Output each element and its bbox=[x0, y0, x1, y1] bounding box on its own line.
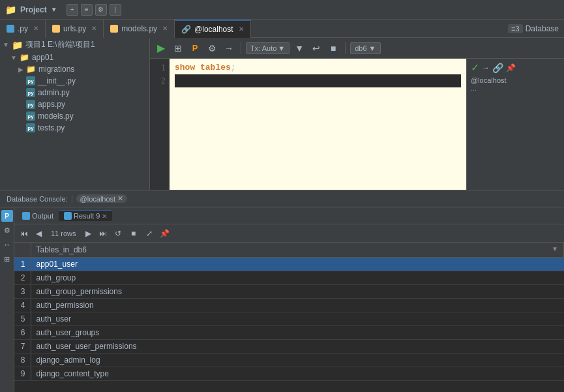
sidebar-item-app01[interactable]: ▼ 📁 app01 bbox=[0, 52, 149, 63]
table-row[interactable]: 2 auth_group bbox=[14, 271, 564, 285]
tab-py[interactable]: .py ✕ bbox=[0, 20, 46, 38]
bottom-content: P ⚙ ↔ ⊞ Output Result 9 ✕ ⏮ bbox=[0, 207, 564, 392]
code-editor[interactable]: show tables; bbox=[170, 59, 466, 190]
tab-localhost[interactable]: 🔗 @localhost ✕ bbox=[175, 20, 251, 38]
settings-button[interactable]: ⚙ bbox=[95, 4, 107, 16]
sort-icon[interactable]: ▼ bbox=[552, 245, 558, 252]
run-button[interactable]: ▶ bbox=[154, 41, 168, 55]
sidebar-item-migrations[interactable]: ▶ 📁 migrations bbox=[0, 63, 149, 75]
table-row[interactable]: 5 auth_user bbox=[14, 312, 564, 326]
table-row[interactable]: 3 auth_group_permissions bbox=[14, 285, 564, 299]
header-tables-in-db6[interactable]: Tables_in_db6 ▼ bbox=[31, 243, 564, 258]
nav-next-button[interactable]: ▶ bbox=[83, 228, 95, 239]
result-table: Tables_in_db6 ▼ 1 app01_user 2 auth_grou… bbox=[14, 243, 564, 381]
sidebar-item-init[interactable]: py __init__.py bbox=[0, 75, 149, 87]
tables-col-label: Tables_in_db6 bbox=[37, 245, 87, 254]
settings-gear-button[interactable]: ⚙ bbox=[205, 41, 219, 55]
right-arrow-icon: → bbox=[482, 63, 490, 72]
result-area: Output Result 9 ✕ ⏮ ◀ 11 rows ▶ ⏭ ↺ ■ ⤢ … bbox=[14, 207, 564, 392]
refresh-button[interactable]: ↺ bbox=[111, 227, 125, 240]
row-value-2: auth_group bbox=[31, 271, 564, 285]
row-num-9: 9 bbox=[14, 367, 31, 381]
tx-dropdown[interactable]: Tx: Auto ▼ bbox=[246, 42, 289, 54]
expand-button[interactable]: ⤢ bbox=[143, 227, 156, 240]
result-tab-bar: Output Result 9 ✕ bbox=[14, 207, 564, 224]
admin-label: admin.py bbox=[38, 88, 70, 97]
stop-result-button[interactable]: ■ bbox=[127, 227, 140, 240]
title-buttons: + ≡ ⚙ | bbox=[67, 4, 121, 16]
tab-bar: .py ✕ urls.py ✕ models.py ✕ 🔗 @localhost… bbox=[0, 20, 564, 38]
db-selector[interactable]: db6 ▼ bbox=[350, 42, 380, 54]
table-header-row: Tables_in_db6 ▼ bbox=[14, 243, 564, 258]
db-chevron: ▼ bbox=[369, 44, 376, 52]
table-row[interactable]: 8 django_admin_log bbox=[14, 354, 564, 367]
migrations-label: migrations bbox=[38, 65, 74, 74]
table-row[interactable]: 1 app01_user bbox=[14, 258, 564, 271]
code-line-2 bbox=[175, 74, 461, 87]
mini-icon-arrow[interactable]: ↔ bbox=[1, 239, 13, 250]
grid-button[interactable]: ⊞ bbox=[171, 41, 185, 55]
db-name: db6 bbox=[355, 44, 366, 52]
tab-count-badge[interactable]: ≡3 bbox=[508, 24, 523, 33]
tab-models-close[interactable]: ✕ bbox=[162, 25, 168, 32]
models-label: models.py bbox=[38, 112, 74, 121]
row-value-8: django_admin_log bbox=[31, 354, 564, 367]
nav-last-button[interactable]: ⏭ bbox=[97, 228, 109, 239]
down-arrow-button[interactable]: ▼ bbox=[292, 41, 306, 55]
table-row[interactable]: 4 auth_permission bbox=[14, 299, 564, 312]
mini-icon-grid[interactable]: ⊞ bbox=[1, 253, 13, 265]
tab-output[interactable]: Output bbox=[17, 211, 59, 221]
sidebar-item-tests[interactable]: py tests.py bbox=[0, 122, 149, 134]
row-value-5: auth_user bbox=[31, 312, 564, 326]
init-label: __init__.py bbox=[38, 76, 76, 85]
tests-label: tests.py bbox=[38, 123, 65, 132]
models-py-icon: py bbox=[26, 112, 35, 121]
sidebar-item-models[interactable]: py models.py bbox=[0, 110, 149, 122]
undo-button[interactable]: ↩ bbox=[309, 41, 323, 55]
tab-models-label: models.py bbox=[121, 24, 157, 33]
tab-urls-close[interactable]: ✕ bbox=[91, 25, 96, 32]
tab-result9[interactable]: Result 9 ✕ bbox=[59, 210, 112, 221]
menu-button[interactable]: ≡ bbox=[81, 4, 93, 16]
database-panel-label: Database bbox=[526, 24, 559, 33]
output-tab-label: Output bbox=[32, 212, 53, 220]
row-num-5: 5 bbox=[14, 312, 31, 326]
console-label: Database Console: bbox=[3, 195, 72, 203]
app01-chevron: ▼ bbox=[10, 54, 17, 61]
row-num-3: 3 bbox=[14, 285, 31, 299]
host-badge-close[interactable]: ✕ bbox=[117, 194, 123, 203]
mini-icon-p[interactable]: P bbox=[1, 210, 13, 222]
pin-icon: 📌 bbox=[506, 63, 516, 72]
table-row[interactable]: 6 auth_user_groups bbox=[14, 326, 564, 340]
result-tab-icon bbox=[64, 212, 72, 220]
host-badge[interactable]: @localhost ✕ bbox=[76, 194, 128, 203]
table-row[interactable]: 9 django_content_type bbox=[14, 367, 564, 381]
line-number-1: 1 bbox=[150, 61, 166, 74]
sidebar-item-admin[interactable]: py admin.py bbox=[0, 87, 149, 98]
result-toolbar: ⏮ ◀ 11 rows ▶ ⏭ ↺ ■ ⤢ 📌 bbox=[14, 224, 564, 243]
pin-result-button[interactable]: 📌 bbox=[158, 227, 171, 240]
nav-first-button[interactable]: ⏮ bbox=[18, 228, 30, 239]
tab-localhost-close[interactable]: ✕ bbox=[239, 25, 244, 33]
split-button[interactable]: | bbox=[110, 4, 121, 16]
stop-button[interactable]: ■ bbox=[326, 41, 340, 55]
tab-models[interactable]: models.py ✕ bbox=[104, 20, 175, 38]
run-arrow-button[interactable]: → bbox=[222, 41, 236, 55]
editor-area: ▶ ⊞ P ⚙ → Tx: Auto ▼ ▼ ↩ ■ db6 ▼ 1 2 bbox=[150, 38, 564, 190]
profile-button[interactable]: P bbox=[188, 41, 202, 55]
add-button[interactable]: + bbox=[67, 4, 78, 16]
tab-urls-label: urls.py bbox=[63, 24, 86, 33]
rows-count-label: 11 rows bbox=[47, 230, 80, 237]
row-num-4: 4 bbox=[14, 299, 31, 312]
nav-prev-button[interactable]: ◀ bbox=[33, 228, 44, 239]
host-badge-label: @localhost bbox=[80, 195, 116, 203]
table-row[interactable]: 7 auth_user_user_permissions bbox=[14, 340, 564, 354]
title-dropdown-arrow[interactable]: ▼ bbox=[51, 6, 57, 13]
tab-urls[interactable]: urls.py ✕ bbox=[46, 20, 104, 38]
tab-py-close[interactable]: ✕ bbox=[33, 25, 38, 32]
sidebar-item-apps[interactable]: py apps.py bbox=[0, 98, 149, 110]
mini-icon-gear[interactable]: ⚙ bbox=[1, 224, 13, 236]
sidebar-item-project[interactable]: ▼ 📁 项目1 E:\前端\项目1 bbox=[0, 38, 149, 52]
result-tab-close[interactable]: ✕ bbox=[102, 213, 107, 220]
tab-py-label: .py bbox=[18, 24, 28, 33]
